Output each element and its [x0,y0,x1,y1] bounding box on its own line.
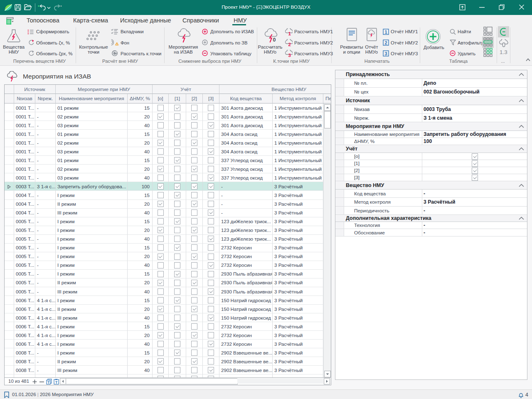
svg-text:1: 1 [288,31,291,36]
svg-text:2: 2 [384,40,387,45]
svg-text:3: 3 [384,51,387,56]
svg-text:1: 1 [384,30,387,34]
svg-text:T: T [55,380,58,384]
svg-text:3: 3 [288,53,291,58]
svg-text:T: T [47,380,50,384]
svg-text:2: 2 [288,42,291,47]
svg-text:0: 0 [273,37,276,43]
